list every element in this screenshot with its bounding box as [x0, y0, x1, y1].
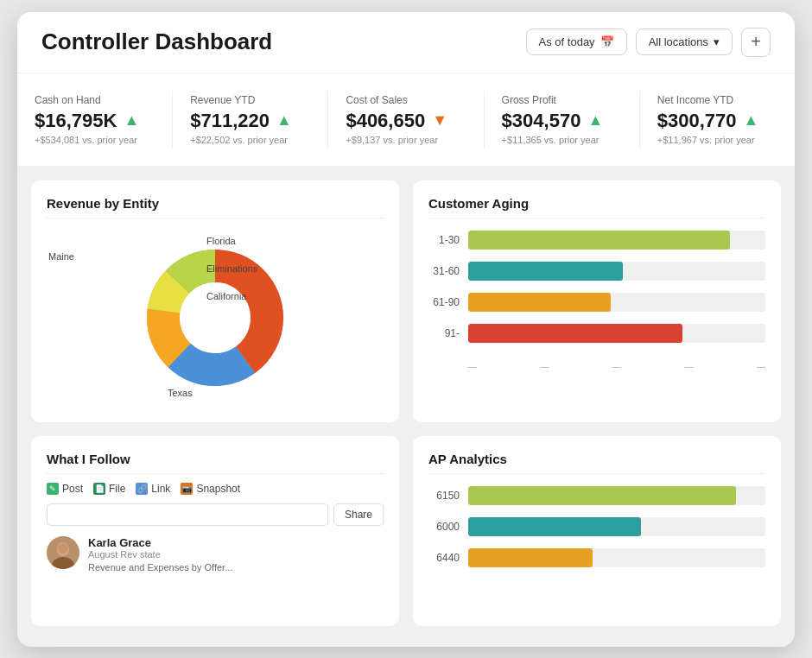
chevron-down-icon: ▾	[714, 35, 720, 48]
bar-track	[468, 231, 765, 250]
kpi-label: Cost of Sales	[346, 94, 466, 106]
bar-fill	[468, 517, 641, 536]
page-title: Controller Dashboard	[41, 28, 272, 55]
add-button[interactable]: +	[741, 28, 771, 57]
bar-track	[468, 517, 765, 536]
bar-track	[468, 486, 765, 505]
kpi-card: Cash on Hand $16,795K ▲ +$534,081 vs. pr…	[17, 91, 173, 149]
bar-row: 6000	[428, 517, 765, 536]
tab-snapshot-label: Snapshot	[196, 483, 240, 495]
kpi-value: $300,770	[657, 110, 737, 132]
revenue-chart-title: Revenue by Entity	[47, 196, 384, 218]
kpi-value-row: $406,650 ▼	[346, 110, 466, 132]
kpi-value-row: $304,570 ▲	[502, 110, 622, 132]
kpi-row: Cash on Hand $16,795K ▲ +$534,081 vs. pr…	[17, 73, 795, 167]
post-icon: ✎	[47, 483, 59, 495]
tab-link-label: Link	[151, 483, 170, 495]
tab-snapshot[interactable]: 📷 Snapshot	[181, 483, 240, 495]
svg-point-6	[180, 282, 251, 353]
kpi-sub: +$22,502 vs. prior year	[190, 135, 310, 145]
kpi-value-row: $300,770 ▲	[657, 110, 777, 132]
donut-chart	[137, 240, 293, 395]
tab-post-label: Post	[62, 483, 83, 495]
bar-label: 91-	[428, 327, 460, 339]
kpi-value-row: $711,220 ▲	[190, 110, 310, 132]
customer-aging-chart: 1-30 31-60 61-90 91-	[428, 227, 765, 358]
kpi-value: $406,650	[346, 110, 425, 132]
tab-link[interactable]: 🔗 Link	[136, 483, 170, 495]
bar-label: 6150	[428, 490, 460, 502]
follow-input[interactable]	[47, 503, 328, 526]
kpi-sub: +$11,365 vs. prior year	[502, 135, 622, 145]
bar-track	[468, 262, 765, 281]
header: Controller Dashboard As of today 📅 All l…	[17, 12, 795, 73]
kpi-value: $711,220	[190, 110, 270, 132]
bar-fill	[468, 486, 736, 505]
post-info: Karla Grace August Rev state Revenue and…	[88, 536, 384, 573]
bar-fill	[468, 293, 611, 312]
charts-row-2: What I Follow ✎ Post 📄 File 🔗 Link 📷 Sna…	[17, 422, 795, 626]
kpi-label: Cash on Hand	[35, 94, 155, 106]
what-i-follow-card: What I Follow ✎ Post 📄 File 🔗 Link 📷 Sna…	[31, 436, 399, 626]
ap-analytics-title: AP Analytics	[428, 452, 765, 474]
bar-row: 91-	[428, 324, 765, 343]
file-icon: 📄	[93, 483, 105, 495]
ap-analytics-card: AP Analytics 6150 6000 6440	[413, 436, 781, 626]
dashboard-container: Controller Dashboard As of today 📅 All l…	[17, 12, 795, 647]
post-content: Revenue and Expenses by Offer...	[88, 562, 384, 573]
bar-track	[468, 548, 765, 567]
donut-area: Florida Eliminations California Maine Te…	[47, 227, 384, 408]
all-locations-label: All locations	[649, 35, 708, 48]
charts-row-1: Revenue by Entity	[17, 167, 795, 422]
svg-point-10	[58, 543, 68, 554]
bar-label: 61-90	[428, 296, 460, 308]
bar-track	[468, 324, 765, 343]
bar-row: 61-90	[428, 293, 765, 312]
kpi-card: Gross Profit $304,570 ▲ +$11,365 vs. pri…	[485, 91, 640, 149]
kpi-value: $16,795K	[35, 110, 117, 132]
kpi-sub: +$9,137 vs. prior year	[346, 135, 466, 145]
bar-fill	[468, 324, 682, 343]
follow-tabs: ✎ Post 📄 File 🔗 Link 📷 Snapshot	[47, 483, 384, 495]
kpi-value: $304,570	[502, 110, 581, 132]
kpi-sub: +$534,081 vs. prior year	[35, 135, 155, 145]
bar-label: 31-60	[428, 265, 460, 277]
tab-post[interactable]: ✎ Post	[47, 483, 83, 495]
link-icon: 🔗	[136, 483, 148, 495]
bar-row: 31-60	[428, 262, 765, 281]
arrow-down-icon: ▼	[432, 111, 447, 130]
customer-aging-title: Customer Aging	[428, 196, 765, 218]
arrow-up-icon: ▲	[744, 111, 759, 130]
arrow-up-icon: ▲	[587, 111, 603, 130]
ap-analytics-chart: 6150 6000 6440	[428, 483, 765, 583]
bar-track	[468, 293, 765, 312]
kpi-card: Cost of Sales $406,650 ▼ +$9,137 vs. pri…	[328, 91, 484, 149]
all-locations-button[interactable]: All locations ▾	[636, 28, 733, 55]
as-of-today-button[interactable]: As of today 📅	[526, 28, 627, 55]
tab-file[interactable]: 📄 File	[93, 483, 125, 495]
avatar	[47, 536, 79, 569]
bar-row: 6440	[428, 548, 765, 567]
calendar-icon: 📅	[600, 35, 614, 48]
kpi-value-row: $16,795K ▲	[35, 110, 155, 132]
kpi-label: Revenue YTD	[190, 94, 310, 106]
arrow-up-icon: ▲	[276, 111, 292, 130]
follow-input-row: Share	[47, 503, 384, 526]
kpi-label: Net Income YTD	[657, 94, 777, 106]
bar-fill	[468, 548, 593, 567]
kpi-card: Revenue YTD $711,220 ▲ +$22,502 vs. prio…	[173, 91, 328, 149]
avatar-image	[47, 536, 79, 569]
share-button[interactable]: Share	[333, 503, 384, 526]
snapshot-icon: 📷	[181, 483, 193, 495]
kpi-label: Gross Profit	[502, 94, 622, 106]
customer-aging-card: Customer Aging 1-30 31-60 61-90 91- — — …	[413, 180, 781, 422]
bar-fill	[468, 231, 730, 250]
donut-label-maine: Maine	[48, 251, 74, 262]
bar-fill	[468, 262, 623, 281]
bar-label: 6440	[428, 552, 460, 564]
as-of-today-label: As of today	[539, 35, 595, 48]
revenue-by-entity-card: Revenue by Entity	[31, 180, 399, 422]
post-item: Karla Grace August Rev state Revenue and…	[47, 536, 384, 573]
bar-label: 1-30	[428, 234, 460, 246]
post-date: August Rev state	[88, 549, 384, 560]
